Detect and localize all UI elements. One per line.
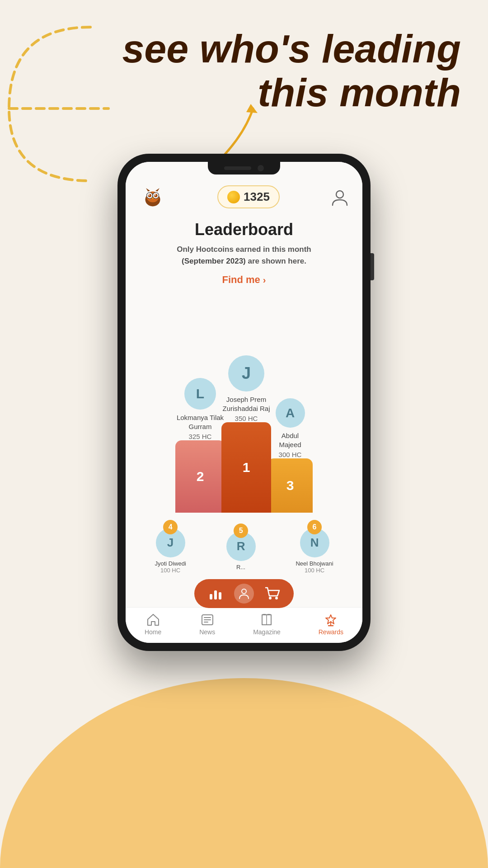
name-line1-third: Abdul: [282, 432, 299, 439]
svg-point-20: [269, 597, 272, 599]
svg-point-15: [336, 191, 343, 198]
nav-item-news[interactable]: News: [199, 613, 215, 636]
person-hc-second: 325 HC: [189, 433, 212, 440]
profile-icon[interactable]: [331, 188, 349, 206]
person-action-icon[interactable]: [234, 584, 254, 604]
coins-amount: 1325: [244, 190, 270, 204]
person-name-second: Lokmanya Tilak Gurram: [177, 413, 224, 431]
podium-second-place: L Lokmanya Tilak Gurram 325 HC 2: [175, 378, 225, 513]
rewards-nav-label: Rewards: [319, 628, 343, 636]
bar-second: 2: [175, 440, 225, 513]
dashed-curve-decoration: [0, 18, 117, 190]
podium-third-place: A Abdul Majeed 300 HC 3: [267, 398, 313, 513]
name-line1-second: Lokmanya Tilak: [177, 414, 224, 421]
person-hc-third: 300 HC: [279, 451, 302, 458]
rank-4-hc: 100 HC: [160, 567, 180, 574]
tagline-line2: this month: [258, 70, 461, 115]
phone-side-button: [371, 253, 374, 280]
svg-point-21: [275, 597, 278, 599]
svg-point-10: [148, 194, 150, 196]
nav-item-home[interactable]: Home: [145, 613, 161, 636]
leaderboard-title: Leaderboard: [126, 220, 362, 239]
nav-item-rewards[interactable]: Rewards: [319, 613, 343, 636]
subtitle-highlight: (September 2023): [182, 257, 246, 265]
podium-first-place: J Joseph Prem Zurishaddai Raj 350 HC 1: [221, 355, 271, 513]
home-nav-label: Home: [145, 628, 161, 636]
avatar-initial-first: J: [242, 364, 251, 383]
bottom-nav: Home News: [126, 607, 362, 643]
svg-point-11: [155, 194, 156, 196]
name-line1-first: Joseph Prem: [226, 396, 266, 403]
avatar-initial-third: A: [286, 406, 295, 420]
news-nav-icon: [201, 613, 214, 627]
rank-number-first: 1: [243, 460, 250, 475]
find-me-button[interactable]: Find me ›: [126, 274, 362, 286]
svg-marker-13: [146, 188, 150, 192]
rewards-nav-icon: [324, 613, 338, 627]
rank-6-name: Neel Bhojwani: [296, 560, 333, 567]
cart-action-icon[interactable]: [265, 586, 280, 601]
subtitle-plain: Only Hootcoins earned in this month: [177, 245, 311, 254]
chart-action-icon[interactable]: [208, 586, 223, 601]
person-hc-first: 350 HC: [235, 415, 258, 422]
lower-ranks-section: 4 J Jyoti Diwedi 100 HC 5 R R...: [126, 513, 362, 578]
rank-6-badge: 6: [307, 520, 322, 534]
news-nav-label: News: [199, 628, 215, 636]
header-tagline: see who's leading this month: [122, 27, 461, 115]
rank-4-person: 4 J Jyoti Diwedi 100 HC: [155, 520, 186, 574]
rank-number-second: 2: [197, 469, 204, 484]
magazine-nav-icon: [260, 613, 273, 627]
svg-point-8: [148, 194, 152, 198]
rank-6-hc: 100 HC: [305, 567, 324, 574]
background-decoration: [0, 678, 488, 868]
find-me-label: Find me: [222, 274, 260, 286]
rank-5-badge: 5: [234, 524, 248, 538]
rank-6-person: 6 N Neel Bhojwani 100 HC: [296, 520, 333, 574]
svg-rect-18: [219, 592, 221, 599]
floating-action-bar: [194, 579, 294, 608]
content-area: Leaderboard Only Hootcoins earned in thi…: [126, 216, 362, 643]
find-me-chevron-icon: ›: [263, 275, 266, 285]
svg-marker-14: [155, 188, 160, 192]
phone-camera: [258, 165, 264, 171]
magazine-nav-label: Magazine: [253, 628, 281, 636]
podium-section: L Lokmanya Tilak Gurram 325 HC 2: [126, 295, 362, 513]
phone-mockup: 1325 Leaderboard Only Hootcoins earned i…: [117, 154, 371, 651]
coin-icon: [227, 191, 240, 203]
name-line2-third: Majeed: [279, 441, 301, 448]
subtitle-end: are shown here.: [248, 257, 306, 265]
bar-third: 3: [267, 458, 313, 513]
rank-4-badge: 4: [163, 520, 178, 534]
avatar-second: L: [184, 378, 216, 410]
tagline-line1: see who's leading: [122, 26, 461, 71]
rank-4-name: Jyoti Diwedi: [155, 560, 186, 567]
rank-5-name: R...: [236, 564, 245, 571]
rank-5-person: 5 R R...: [226, 524, 256, 571]
rank-number-third: 3: [286, 478, 294, 493]
svg-point-9: [154, 194, 158, 198]
svg-rect-16: [210, 594, 212, 599]
person-name-third: Abdul Majeed: [279, 431, 301, 449]
leaderboard-subtitle: Only Hootcoins earned in this month (Sep…: [126, 244, 362, 267]
name-line2-first: Zurishaddai Raj: [222, 405, 270, 412]
coins-badge: 1325: [217, 185, 280, 208]
phone-notch: [208, 162, 280, 175]
nav-item-magazine[interactable]: Magazine: [253, 613, 281, 636]
svg-rect-17: [214, 590, 217, 599]
person-name-first: Joseph Prem Zurishaddai Raj: [222, 395, 270, 413]
avatar-initial-second: L: [196, 386, 204, 401]
phone-screen: 1325 Leaderboard Only Hootcoins earned i…: [126, 162, 362, 643]
owl-logo-icon: [139, 187, 166, 207]
avatar-first: J: [228, 355, 264, 392]
home-nav-icon: [146, 613, 160, 627]
rank-row: 4 J Jyoti Diwedi 100 HC 5 R R...: [135, 520, 353, 574]
phone-speaker: [224, 166, 251, 170]
name-line2-second: Gurram: [189, 423, 212, 430]
svg-point-19: [242, 589, 246, 594]
bar-first: 1: [221, 422, 271, 513]
avatar-third: A: [276, 398, 305, 428]
